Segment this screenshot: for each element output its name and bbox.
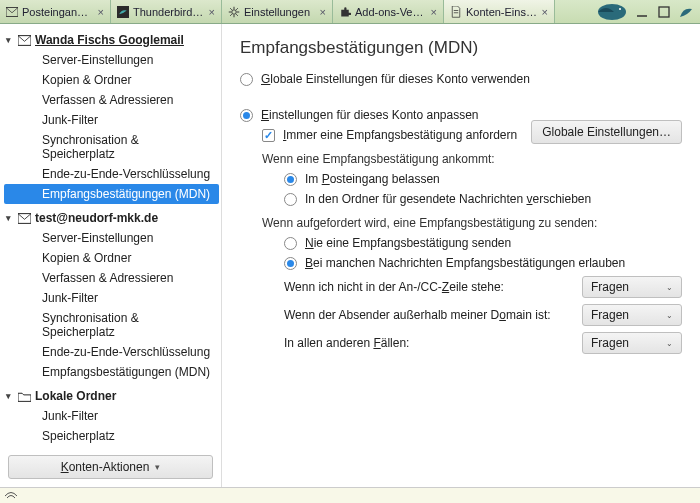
account-header-googlemail[interactable]: ▾ Wanda Fischs Googlemail xyxy=(4,30,219,50)
svg-rect-16 xyxy=(659,7,669,17)
close-icon[interactable]: × xyxy=(542,6,548,18)
settings-panel: Empfangsbestätigungen (MDN) Globale Eins… xyxy=(222,24,700,487)
global-settings-button[interactable]: Globale Einstellungen… xyxy=(531,120,682,144)
radio-icon[interactable] xyxy=(284,193,297,206)
sidebar-item-e2e[interactable]: Ende-zu-Ende-Verschlüsselung xyxy=(4,164,219,184)
sidebar-item-sync[interactable]: Synchronisation & Speicherplatz xyxy=(4,130,219,164)
svg-line-9 xyxy=(230,14,232,16)
account-header-local[interactable]: ▾ Lokale Ordner xyxy=(4,386,219,406)
option-label: Einstellungen für dieses Konto anpassen xyxy=(261,108,479,122)
tab-inbox[interactable]: Posteingang - test@ne × xyxy=(0,0,111,23)
chevron-down-icon: ▾ xyxy=(155,462,160,472)
collapse-icon[interactable]: ▾ xyxy=(6,35,11,45)
tab-label: Add-ons-Verwaltun xyxy=(355,6,427,18)
tab-label: Thunderbird Privac xyxy=(133,6,205,18)
svg-point-2 xyxy=(232,9,237,14)
radio-icon[interactable] xyxy=(240,73,253,86)
tab-bar: Posteingang - test@ne × Thunderbird Priv… xyxy=(0,0,700,24)
option-leave-inbox[interactable]: Im Posteingang belassen xyxy=(284,172,682,186)
account-actions-button[interactable]: Konten-Aktionen ▾ xyxy=(8,455,213,479)
sidebar-item-copies[interactable]: Kopien & Ordner xyxy=(4,248,219,268)
radio-icon[interactable] xyxy=(284,237,297,250)
online-icon[interactable] xyxy=(4,491,18,501)
tab-privacy[interactable]: Thunderbird Privac × xyxy=(111,0,222,23)
account-tree: ▾ Wanda Fischs Googlemail Server-Einstel… xyxy=(0,24,222,487)
option-label: Nie eine Empfangsbestätigung senden xyxy=(305,236,511,250)
sidebar-item-junk[interactable]: Junk-Filter xyxy=(4,110,219,130)
select-not-in-cc[interactable]: Fragen ⌄ xyxy=(582,276,682,298)
radio-icon[interactable] xyxy=(284,257,297,270)
page-title: Empfangsbestätigungen (MDN) xyxy=(240,38,682,58)
option-label: Immer eine Empfangsbestätigung anfordern xyxy=(283,128,517,142)
mail-icon xyxy=(18,213,31,224)
app-icon[interactable] xyxy=(678,4,694,20)
label-other-cases: In allen anderen Fällen: xyxy=(284,336,572,350)
close-icon[interactable]: × xyxy=(98,6,104,18)
option-label: Bei manchen Nachrichten Empfangsbestätig… xyxy=(305,256,625,270)
sidebar-item-server[interactable]: Server-Einstellungen xyxy=(4,50,219,70)
close-icon[interactable]: × xyxy=(431,6,437,18)
sidebar-item-sync[interactable]: Synchronisation & Speicherplatz xyxy=(4,308,219,342)
tabbar-decoration xyxy=(555,0,700,23)
account-name: Wanda Fischs Googlemail xyxy=(35,33,184,47)
option-label: Im Posteingang belassen xyxy=(305,172,440,186)
sidebar-item-e2e[interactable]: Ende-zu-Ende-Verschlüsselung xyxy=(4,342,219,362)
select-value: Fragen xyxy=(591,280,629,294)
tab-settings[interactable]: Einstellungen × xyxy=(222,0,333,23)
account-header-neudorf[interactable]: ▾ test@neudorf-mkk.de xyxy=(4,208,219,228)
select-other-cases[interactable]: Fragen ⌄ xyxy=(582,332,682,354)
tab-label: Einstellungen xyxy=(244,6,316,18)
option-label: In den Ordner für gesendete Nachrichten … xyxy=(305,192,591,206)
mail-icon xyxy=(18,35,31,46)
sidebar-item-mdn[interactable]: Empfangsbestätigungen (MDN) xyxy=(4,184,219,204)
sidebar-item-compose[interactable]: Verfassen & Adressieren xyxy=(4,268,219,288)
option-use-global[interactable]: Globale Einstellungen für dieses Konto v… xyxy=(240,72,682,86)
option-allow-some[interactable]: Bei manchen Nachrichten Empfangsbestätig… xyxy=(284,256,682,270)
minimize-icon[interactable] xyxy=(634,4,650,20)
mail-icon xyxy=(6,6,18,18)
close-icon[interactable]: × xyxy=(209,6,215,18)
sidebar-item-server[interactable]: Server-Einstellungen xyxy=(4,228,219,248)
label-not-in-cc: Wenn ich nicht in der An-/CC-Zeile stehe… xyxy=(284,280,572,294)
section-when-arrives: Wenn eine Empfangsbestätigung ankommt: xyxy=(262,152,682,166)
chevron-down-icon: ⌄ xyxy=(666,311,673,320)
collapse-icon[interactable]: ▾ xyxy=(6,391,11,401)
svg-point-14 xyxy=(619,8,621,10)
svg-line-10 xyxy=(236,8,238,10)
sidebar-item-junk[interactable]: Junk-Filter xyxy=(4,406,219,426)
option-move-sent[interactable]: In den Ordner für gesendete Nachrichten … xyxy=(284,192,682,206)
folder-icon xyxy=(18,391,31,402)
button-label: Konten-Aktionen xyxy=(61,460,150,474)
tab-addons[interactable]: Add-ons-Verwaltun × xyxy=(333,0,444,23)
collapse-icon[interactable]: ▾ xyxy=(6,213,11,223)
option-never-send[interactable]: Nie eine Empfangsbestätigung senden xyxy=(284,236,682,250)
close-icon[interactable]: × xyxy=(320,6,326,18)
select-outside-domain[interactable]: Fragen ⌄ xyxy=(582,304,682,326)
radio-icon[interactable] xyxy=(284,173,297,186)
select-value: Fragen xyxy=(591,336,629,350)
account-header-smtp[interactable]: Postausgangs-Server (SMTP) xyxy=(4,450,219,451)
sidebar-item-junk[interactable]: Junk-Filter xyxy=(4,288,219,308)
button-label: Globale Einstellungen… xyxy=(542,125,671,139)
puzzle-icon xyxy=(339,6,351,18)
status-bar xyxy=(0,487,700,503)
checkbox-icon[interactable]: ✓ xyxy=(262,129,275,142)
tab-label: Konten-Einstellung xyxy=(466,6,538,18)
thunderbird-icon xyxy=(117,6,129,18)
chevron-down-icon: ⌄ xyxy=(666,339,673,348)
svg-line-7 xyxy=(230,8,232,10)
maximize-icon[interactable] xyxy=(656,4,672,20)
sidebar-item-compose[interactable]: Verfassen & Adressieren xyxy=(4,90,219,110)
document-icon xyxy=(450,6,462,18)
chevron-down-icon: ⌄ xyxy=(666,283,673,292)
tab-accounts[interactable]: Konten-Einstellung × xyxy=(444,0,555,23)
sidebar-item-copies[interactable]: Kopien & Ordner xyxy=(4,70,219,90)
sidebar-item-mdn[interactable]: Empfangsbestätigungen (MDN) xyxy=(4,362,219,382)
sidebar-item-disk[interactable]: Speicherplatz xyxy=(4,426,219,446)
option-label: Globale Einstellungen für dieses Konto v… xyxy=(261,72,530,86)
gear-icon xyxy=(228,6,240,18)
svg-line-8 xyxy=(236,14,238,16)
bird-decoration xyxy=(582,2,628,22)
radio-icon[interactable] xyxy=(240,109,253,122)
section-when-asked: Wenn aufgefordert wird, eine Empfangsbes… xyxy=(262,216,682,230)
